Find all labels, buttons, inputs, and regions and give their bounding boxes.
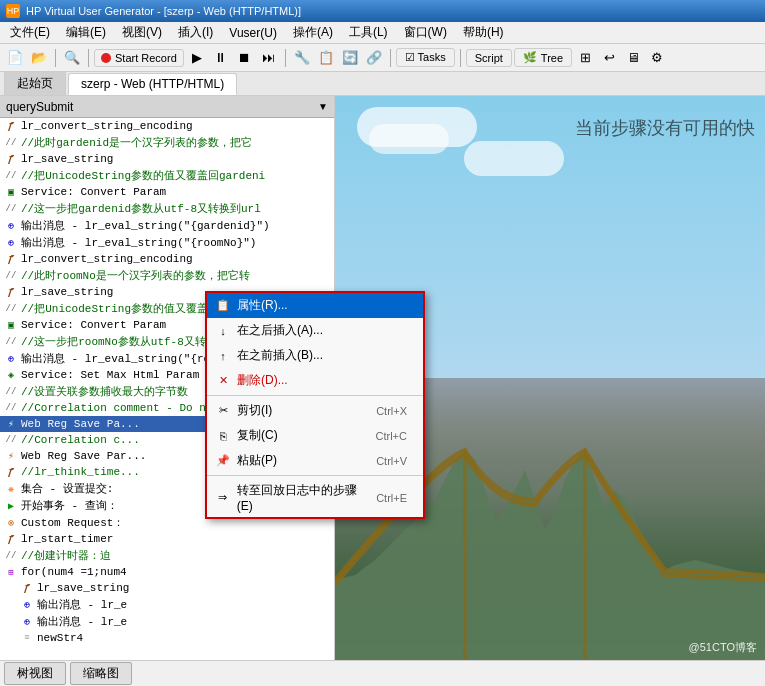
code-line[interactable]: // //创建计时器：迫: [0, 547, 334, 564]
extra-btn3[interactable]: ⚙: [646, 47, 668, 69]
toolbar-sep4: [390, 49, 391, 67]
code-line[interactable]: // //这一步把gardenid参数从utf-8又转换到url: [0, 200, 334, 217]
line-text: lr_convert_string_encoding: [21, 253, 193, 265]
ctx-paste[interactable]: 📌 粘贴(P) Ctrl+V: [207, 448, 423, 473]
code-line[interactable]: ⊞ for(num4 =1;num4: [0, 564, 334, 580]
output-icon: ⊕: [4, 219, 18, 233]
func-icon: ƒ: [20, 581, 34, 595]
menu-edit[interactable]: 编辑(E): [58, 22, 114, 43]
panel-dropdown[interactable]: ▼: [318, 101, 328, 112]
ctx-cut[interactable]: ✂ 剪切(I) Ctrl+X: [207, 398, 423, 423]
ctx-delete-label: 删除(D)...: [237, 372, 288, 389]
code-line[interactable]: ≡ newStr4: [0, 630, 334, 646]
line-text: //lr_think_time...: [21, 466, 140, 478]
main-layout: querySubmit ▼ ƒ lr_convert_string_encodi…: [0, 96, 765, 660]
cut-icon: ✂: [215, 403, 231, 419]
menu-insert[interactable]: 插入(I): [170, 22, 221, 43]
ctx-goto-label: 转至回放日志中的步骤(E): [237, 482, 370, 513]
paste-icon: 📌: [215, 453, 231, 469]
new-button[interactable]: 📄: [4, 47, 26, 69]
output-icon: ⊕: [4, 236, 18, 250]
cloud3: [464, 141, 564, 176]
script-button[interactable]: Script: [466, 49, 512, 67]
code-line[interactable]: ƒ lr_convert_string_encoding: [0, 118, 334, 134]
extra-btn2[interactable]: 🖥: [622, 47, 644, 69]
line-text: 输出消息 - lr_eval_string("{roomNo}"): [21, 235, 256, 250]
title-bar: HP HP Virtual User Generator - [szerp - …: [0, 0, 765, 22]
line-text: //这一步把gardenid参数从utf-8又转换到url: [21, 201, 261, 216]
code-line[interactable]: ƒ lr_save_string: [0, 151, 334, 167]
menu-vuser[interactable]: Vuser(U): [221, 24, 285, 42]
code-line[interactable]: ƒ lr_save_string: [0, 580, 334, 596]
code-line[interactable]: ▣ Service: Convert Param: [0, 184, 334, 200]
tasks-button[interactable]: ☑ Tasks: [396, 48, 455, 67]
start-record-button[interactable]: Start Record: [94, 49, 184, 67]
tasks-label: Tasks: [418, 51, 446, 63]
output-icon: ⊕: [20, 598, 34, 612]
service-icon: ▣: [4, 185, 18, 199]
thumbnail-label: 缩略图: [83, 666, 119, 680]
menu-help[interactable]: 帮助(H): [455, 22, 512, 43]
pause-button[interactable]: ⏸: [210, 47, 232, 69]
open-button[interactable]: 📂: [28, 47, 50, 69]
ctx-insert-before-label: 在之前插入(B)...: [237, 347, 323, 364]
code-line[interactable]: ƒ lr_convert_string_encoding: [0, 251, 334, 267]
tab-script[interactable]: szerp - Web (HTTP/HTML): [68, 73, 237, 95]
comment-icon: //: [4, 202, 18, 216]
ctx-delete[interactable]: ✕ 删除(D)...: [207, 368, 423, 393]
code-line[interactable]: // //把UnicodeString参数的值又覆盖回gardeni: [0, 167, 334, 184]
code-line[interactable]: ⊕ 输出消息 - lr_eval_string("{gardenid}"): [0, 217, 334, 234]
line-text: lr_save_string: [21, 153, 113, 165]
ctx-insert-after[interactable]: ↓ 在之后插入(A)...: [207, 318, 423, 343]
comment-icon: //: [4, 433, 18, 447]
code-line[interactable]: ⊕ 输出消息 - lr_e: [0, 613, 334, 630]
tab-home[interactable]: 起始页: [4, 71, 66, 95]
code-line[interactable]: // //此时roomNo是一个汉字列表的参数，把它转: [0, 267, 334, 284]
tab-home-label: 起始页: [17, 76, 53, 90]
menu-view[interactable]: 视图(V): [114, 22, 170, 43]
magnify-button[interactable]: 🔍: [61, 47, 83, 69]
line-text: Service: Set Max Html Param Len: [21, 369, 226, 381]
paste-shortcut: Ctrl+V: [376, 455, 407, 467]
play-button[interactable]: ▶: [186, 47, 208, 69]
tree-button[interactable]: 🌿 Tree: [514, 48, 572, 67]
param-button[interactable]: 📋: [315, 47, 337, 69]
ctx-copy-label: 复制(C): [237, 427, 278, 444]
copy-icon: ⎘: [215, 428, 231, 444]
func-icon: ƒ: [4, 252, 18, 266]
menu-file[interactable]: 文件(E): [2, 22, 58, 43]
menu-tools[interactable]: 工具(L): [341, 22, 396, 43]
toolbar-sep2: [88, 49, 89, 67]
menu-action[interactable]: 操作(A): [285, 22, 341, 43]
ctx-copy[interactable]: ⎘ 复制(C) Ctrl+C: [207, 423, 423, 448]
line-text: 开始事务 - 查询：: [21, 498, 118, 513]
ctx-insert-before[interactable]: ↑ 在之前插入(B)...: [207, 343, 423, 368]
code-line[interactable]: ⊕ 输出消息 - lr_eval_string("{roomNo}"): [0, 234, 334, 251]
code-line[interactable]: ƒ lr_start_timer: [0, 531, 334, 547]
thumbnail-button[interactable]: 缩略图: [70, 662, 132, 685]
props-icon: 📋: [215, 298, 231, 314]
tree-view-button[interactable]: 树视图: [4, 662, 66, 685]
grid-button[interactable]: ⊞: [574, 47, 596, 69]
ctx-goto-log[interactable]: ⇒ 转至回放日志中的步骤(E) Ctrl+E: [207, 478, 423, 517]
stop-button[interactable]: ⏹: [234, 47, 256, 69]
tab-bar: 起始页 szerp - Web (HTTP/HTML): [0, 72, 765, 96]
code-line[interactable]: // //此时gardenid是一个汉字列表的参数，把它: [0, 134, 334, 151]
menu-window[interactable]: 窗口(W): [396, 22, 455, 43]
code-line[interactable]: ⊕ 输出消息 - lr_e: [0, 596, 334, 613]
tree-icon: 🌿: [523, 51, 537, 64]
line-text: //设置关联参数捕收最大的字节数: [21, 384, 188, 399]
ctx-properties[interactable]: 📋 属性(R)...: [207, 293, 423, 318]
cloud2: [369, 124, 449, 154]
line-text: newStr4: [37, 632, 83, 644]
insert-before-icon: ↑: [215, 348, 231, 364]
extra-btn1[interactable]: ↩: [598, 47, 620, 69]
action-icon: ⚡: [4, 417, 18, 431]
step-button[interactable]: ⏭: [258, 47, 280, 69]
correlate-button[interactable]: 🔗: [363, 47, 385, 69]
script-label: Script: [475, 52, 503, 64]
comment-icon: //: [4, 302, 18, 316]
compile-button[interactable]: 🔧: [291, 47, 313, 69]
replay-button[interactable]: 🔄: [339, 47, 361, 69]
copyright: @51CTO博客: [689, 640, 757, 655]
